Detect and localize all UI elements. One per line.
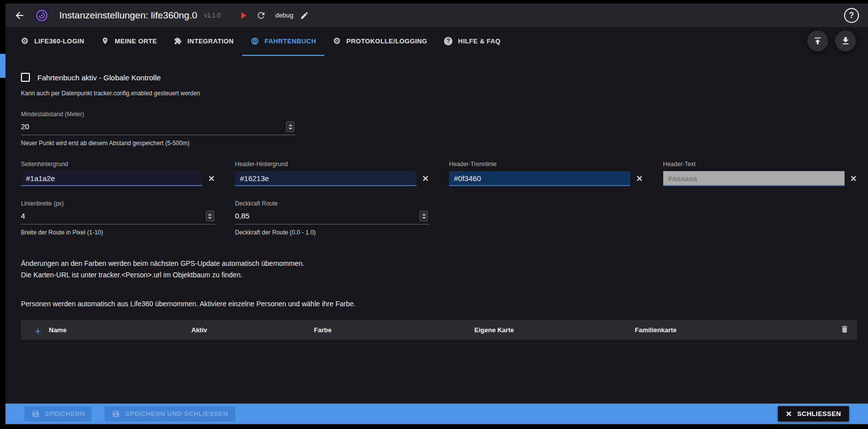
adapter-logo <box>33 7 50 24</box>
color-field-header-hintergrund: Header-Hintergrund #16213e ✕ <box>235 161 430 186</box>
number-spinner[interactable] <box>420 211 428 221</box>
field-label: Header-Text <box>663 161 858 168</box>
column-header-name: Name <box>49 326 66 334</box>
clear-icon[interactable]: ✕ <box>208 175 215 183</box>
tab-integration[interactable]: INTEGRATION <box>165 27 242 56</box>
puzzle-icon <box>174 37 182 45</box>
tab-label: INTEGRATION <box>187 37 234 45</box>
number-spinner[interactable] <box>206 211 214 221</box>
refresh-icon <box>256 10 266 20</box>
edit-log-level-button[interactable] <box>295 6 313 24</box>
field-label: Seitenhintergrund <box>21 161 215 168</box>
tab-protokolle-logging[interactable]: ⚙ PROTOKOLLE/LOGGING <box>324 27 435 56</box>
start-instance-button[interactable] <box>234 6 252 24</box>
delete-all-button[interactable] <box>840 325 849 335</box>
arrow-left-icon <box>14 10 25 21</box>
tab-label: HILFE & FAQ <box>458 37 500 45</box>
note-line-2: Die Karten-URL ist unter tracker.<Person… <box>21 269 857 281</box>
footer-bar: SPEICHERN SPEICHERN UND SCHLIESSEN ✕ SCH… <box>5 404 868 424</box>
field-label: Header-Trennlinie <box>449 161 643 168</box>
life360-logo-icon <box>35 9 48 22</box>
spin-down-icon <box>208 217 212 219</box>
clear-icon[interactable]: ✕ <box>850 175 857 183</box>
line-width-input[interactable]: 4 <box>21 211 215 224</box>
opacity-input[interactable]: 0,85 <box>235 211 430 224</box>
save-button[interactable]: SPEICHERN <box>24 407 92 422</box>
fahrtenbuch-aktiv-checkbox[interactable] <box>21 73 30 82</box>
color-input[interactable]: #1a1a2e <box>21 171 202 186</box>
save-button-label: SPEICHERN <box>45 410 85 418</box>
tab-label: PROTOKOLLE/LOGGING <box>346 37 427 45</box>
column-header-eigene-karte: Eigene Karte <box>474 326 514 334</box>
tab-fahrtenbuch[interactable]: FAHRTENBUCH <box>242 27 324 56</box>
persons-table-header: ＋ Name Aktiv Farbe Eigene Karte Familien… <box>21 320 857 340</box>
play-icon <box>238 10 249 21</box>
color-field-seitenhintergrund: Seitenhintergrund #1a1a2e ✕ <box>21 161 215 186</box>
field-hint: Deckkraft der Route (0.0 - 1.0) <box>235 229 430 236</box>
route-fields-row: Linienbreite (px) 4 Breite der Route in … <box>21 200 857 236</box>
import-config-button[interactable] <box>835 30 856 51</box>
tab-meine-orte[interactable]: MEINE ORTE <box>93 27 165 56</box>
color-input[interactable]: #0f3460 <box>449 171 630 186</box>
save-and-close-button-label: SPEICHERN UND SCHLIESSEN <box>125 410 228 418</box>
close-button-label: SCHLIESSEN <box>797 410 841 418</box>
tab-hilfe-faq[interactable]: ? HILFE & FAQ <box>435 27 509 56</box>
spin-up-icon <box>289 124 292 126</box>
pencil-icon <box>300 11 309 20</box>
tab-life360-login[interactable]: ⚙ LIFE360-LOGIN <box>12 27 93 56</box>
number-spinner[interactable] <box>286 121 294 132</box>
line-width-field-block: Linienbreite (px) 4 Breite der Route in … <box>21 200 215 236</box>
save-icon <box>112 410 120 418</box>
refresh-button[interactable] <box>252 6 270 24</box>
spin-up-icon <box>422 214 426 215</box>
clear-icon[interactable]: ✕ <box>636 175 643 183</box>
download-icon <box>841 36 851 46</box>
field-label: Deckkraft Route <box>235 200 430 207</box>
left-scroll-indicator[interactable] <box>0 54 5 78</box>
field-label: Header-Hintergrund <box>235 161 430 168</box>
close-button[interactable]: ✕ SCHLIESSEN <box>778 406 849 422</box>
gear-icon: ⚙ <box>21 36 29 46</box>
help-icon: ? <box>444 37 452 45</box>
color-update-note: Änderungen an den Farben werden beim näc… <box>21 258 857 281</box>
save-and-close-button[interactable]: SPEICHERN UND SCHLIESSEN <box>105 407 235 422</box>
clear-icon[interactable]: ✕ <box>422 175 429 183</box>
settings-panel: Fahrtenbuch aktiv - Globale Kontrolle Ka… <box>5 73 868 340</box>
trash-icon <box>840 325 849 334</box>
help-button[interactable]: ? <box>844 8 859 23</box>
checkbox-label: Fahrtenbuch aktiv - Globale Kontrolle <box>37 73 161 82</box>
question-mark-icon: ? <box>849 11 854 20</box>
field-label: Linienbreite (px) <box>21 200 215 207</box>
column-header-familienkarte: Familienkarte <box>635 326 677 334</box>
color-field-header-text: Header-Text #aaaaaa ✕ <box>663 161 858 186</box>
column-header-aktiv: Aktiv <box>191 326 207 334</box>
fahrtenbuch-aktiv-checkbox-row[interactable]: Fahrtenbuch aktiv - Globale Kontrolle <box>21 73 857 82</box>
tab-label: FAHRTENBUCH <box>265 37 316 45</box>
opacity-field-block: Deckkraft Route 0,85 Deckkraft der Route… <box>235 200 430 236</box>
checkbox-hint: Kann auch per Datenpunkt tracker.config.… <box>21 90 857 97</box>
back-button[interactable] <box>10 6 28 24</box>
export-config-button[interactable] <box>807 30 828 51</box>
add-person-button[interactable]: ＋ <box>33 324 43 338</box>
gear-icon: ⚙ <box>333 36 341 46</box>
globe-icon <box>251 37 259 45</box>
note-line-1: Änderungen an den Farben werden beim näc… <box>21 258 857 269</box>
input-value: 20 <box>21 122 29 131</box>
adapter-version: v1.1.0 <box>204 12 221 19</box>
min-distance-field-block: Mindestabstand (Meter) 20 Neuer Punkt wi… <box>21 111 295 147</box>
tab-label: LIFE360-LOGIN <box>34 37 85 45</box>
min-distance-input[interactable]: 20 <box>21 121 295 135</box>
field-label: Mindestabstand (Meter) <box>21 111 295 118</box>
input-value: 0,85 <box>235 212 250 220</box>
color-input[interactable]: #aaaaaa <box>663 171 845 186</box>
spin-down-icon <box>289 128 292 130</box>
spin-up-icon <box>208 214 212 215</box>
spin-down-icon <box>422 217 426 219</box>
log-level-label: debug <box>275 11 293 19</box>
tab-bar: ⚙ LIFE360-LOGIN MEINE ORTE INTEGRATION F… <box>5 27 868 56</box>
field-hint: Breite der Route in Pixel (1-10) <box>21 229 215 236</box>
color-input[interactable]: #16213e <box>235 171 417 186</box>
persons-note: Personen werden automatisch aus Life360 … <box>21 300 857 308</box>
column-header-farbe: Farbe <box>314 326 331 334</box>
page-title: Instanzeinstellungen: life360ng.0 <box>59 10 197 21</box>
